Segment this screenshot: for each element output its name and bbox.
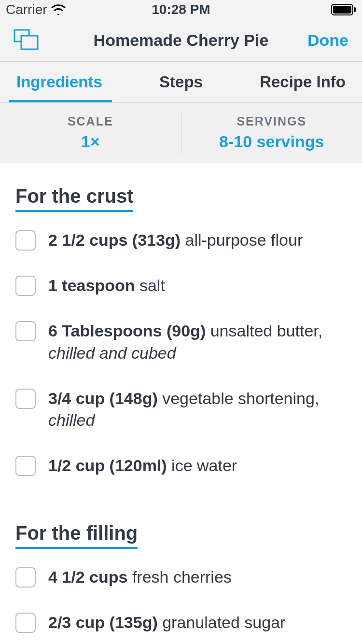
ingredient-amount: 2/3 cup (135g) <box>48 613 158 631</box>
ingredient-name: granulated sugar <box>162 613 285 631</box>
copy-icon[interactable] <box>14 29 39 52</box>
ingredient-checkbox[interactable] <box>15 567 36 588</box>
tab-steps-label: Steps <box>159 73 203 91</box>
svg-rect-2 <box>354 7 356 12</box>
ingredient-text: 2 1/2 cups (313g) all-purpose flour <box>48 229 303 252</box>
status-time: 10:28 PM <box>152 2 210 17</box>
tab-info-label: Recipe Info <box>260 73 346 91</box>
ingredient-note: chilled <box>48 411 95 429</box>
scale-row: SCALE 1× SERVINGS 8-10 servings <box>0 103 362 163</box>
status-left: Carrier <box>6 2 66 17</box>
ingredient-text: 1/2 cup (120ml) ice water <box>48 455 237 477</box>
ingredient-checkbox[interactable] <box>15 276 36 296</box>
svg-rect-4 <box>21 36 38 49</box>
ingredient-name: unsalted butter, <box>210 322 323 340</box>
ingredient-checkbox[interactable] <box>15 230 36 251</box>
nav-bar: Homemade Cherry Pie Done <box>0 19 362 62</box>
ingredient-name: salt <box>139 276 165 294</box>
tab-ingredients[interactable]: Ingredients <box>0 62 126 102</box>
servings-label: SERVINGS <box>237 114 306 128</box>
ingredient-row: 3/4 cup (148g) vegetable shortening, chi… <box>15 388 347 432</box>
ingredient-row: 1/2 cup (120ml) ice water <box>15 455 347 477</box>
status-right <box>331 4 356 15</box>
ingredient-name: ice water <box>171 456 237 475</box>
ingredient-text: 4 1/2 cups fresh cherries <box>48 566 232 588</box>
scale-value: 1× <box>81 132 100 151</box>
status-bar: Carrier 10:28 PM <box>0 0 362 19</box>
section-heading: For the filling <box>15 522 138 549</box>
ingredient-row: 1 teaspoon salt <box>15 275 347 297</box>
ingredient-amount: 1 teaspoon <box>48 276 135 294</box>
ingredient-text: 3/4 cup (148g) vegetable shortening, chi… <box>48 388 347 432</box>
ingredient-checkbox[interactable] <box>15 456 36 476</box>
ingredient-checkbox[interactable] <box>15 321 36 341</box>
page-title: Homemade Cherry Pie <box>94 31 269 50</box>
ingredient-row: 2/3 cup (135g) granulated sugar <box>15 612 347 634</box>
carrier-label: Carrier <box>6 2 47 17</box>
ingredient-row: 4 1/2 cups fresh cherries <box>15 566 347 588</box>
nav-left <box>14 29 71 52</box>
tab-ingredients-label: Ingredients <box>16 73 102 91</box>
ingredient-name: all-purpose flour <box>185 231 303 249</box>
ingredient-amount: 4 1/2 cups <box>48 568 127 586</box>
tabs: Ingredients Steps Recipe Info <box>0 62 362 103</box>
ingredient-amount: 1/2 cup (120ml) <box>48 456 167 475</box>
ingredient-amount: 3/4 cup (148g) <box>48 389 158 407</box>
battery-icon <box>331 4 356 15</box>
ingredients-content[interactable]: For the crust2 1/2 cups (313g) all-purpo… <box>0 163 362 644</box>
ingredient-row: 2 1/2 cups (313g) all-purpose flour <box>15 229 347 252</box>
ingredient-name: vegetable shortening, <box>162 389 319 407</box>
ingredient-text: 1 teaspoon salt <box>48 275 165 297</box>
tab-recipe-info[interactable]: Recipe Info <box>236 62 362 102</box>
ingredient-text: 2/3 cup (135g) granulated sugar <box>48 612 285 634</box>
ingredient-checkbox[interactable] <box>15 389 36 409</box>
scale-control[interactable]: SCALE 1× <box>0 103 181 163</box>
servings-control[interactable]: SERVINGS 8-10 servings <box>181 103 362 163</box>
done-button[interactable]: Done <box>291 31 348 50</box>
ingredient-amount: 2 1/2 cups (313g) <box>48 231 181 249</box>
section-heading: For the crust <box>15 185 133 212</box>
svg-rect-1 <box>333 6 351 14</box>
ingredient-amount: 6 Tablespoons (90g) <box>48 322 206 340</box>
ingredient-note: chilled and cubed <box>48 344 176 362</box>
servings-value: 8-10 servings <box>219 132 324 151</box>
wifi-icon <box>51 4 66 15</box>
ingredient-name: fresh cherries <box>132 568 232 586</box>
tab-steps[interactable]: Steps <box>126 62 236 102</box>
ingredient-row: 6 Tablespoons (90g) unsalted butter, chi… <box>15 320 347 364</box>
ingredient-text: 6 Tablespoons (90g) unsalted butter, chi… <box>48 320 347 364</box>
scale-label: SCALE <box>68 114 113 128</box>
ingredient-checkbox[interactable] <box>15 613 36 633</box>
